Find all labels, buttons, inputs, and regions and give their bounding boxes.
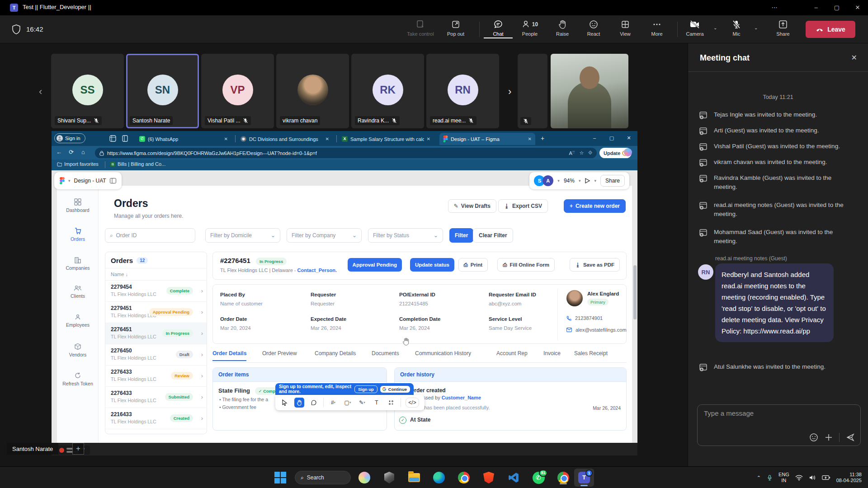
present-chevron-icon[interactable]: ▾ [594, 178, 596, 183]
sidebar-item-clients[interactable]: Clients [57, 285, 99, 299]
people-button[interactable]: 10 People [515, 19, 544, 37]
clock[interactable]: 11:3808-04-2025 [836, 472, 862, 483]
order-row[interactable]: 2276433TL Flex Holdings LLCSubmitted› [105, 387, 207, 408]
filter-button[interactable]: Filter [449, 228, 473, 243]
tab-company-details[interactable]: Company Details [315, 350, 356, 357]
tab-documents[interactable]: Documents [372, 350, 399, 357]
sidebar-item-dashboard[interactable]: Dashboard [57, 198, 99, 213]
order-row[interactable]: 2279454TL Flex Holdings LLCComplete› [105, 281, 207, 302]
video-tile-camera-on[interactable] [551, 54, 628, 128]
chat-button[interactable]: Chat [484, 19, 513, 38]
figma-file-toolbar[interactable]: ▾ Design - UAT [54, 172, 122, 189]
update-status-button[interactable]: Update status [410, 258, 454, 272]
browser-signin-button[interactable]: Sign in [54, 133, 85, 143]
extension-icon[interactable]: ⟐ [588, 150, 592, 156]
start-button[interactable] [273, 470, 288, 485]
sidebar-item-orders[interactable]: Orders [57, 227, 99, 242]
copilot-icon[interactable] [624, 148, 632, 156]
figma-share-button[interactable]: Share [600, 175, 625, 187]
tab-account-rep[interactable]: Account Rep [496, 350, 528, 357]
chat-close-icon[interactable]: ✕ [851, 53, 857, 62]
frame-tool-icon[interactable]: #▾ [328, 398, 338, 408]
actions-tool-icon[interactable] [386, 398, 396, 408]
language-indicator[interactable]: ENGIN [778, 472, 789, 483]
browser-minimize-icon[interactable]: – [586, 131, 603, 145]
message-input[interactable] [704, 409, 853, 417]
strip-prev-icon[interactable]: ‹ [39, 86, 42, 98]
compose-box[interactable] [697, 404, 861, 446]
browser-tab[interactable]: ✆ (6) WhatsApp✕ [136, 133, 231, 145]
import-favorites-bookmark[interactable]: Import favorites [57, 161, 99, 167]
video-tile-partial[interactable] [518, 54, 547, 128]
pop-out-button[interactable]: Pop out [441, 19, 470, 37]
chrome-profile-icon[interactable] [556, 470, 571, 485]
sidebar-item-vendors[interactable]: Vendors [57, 343, 99, 357]
figma-view-toolbar[interactable]: S A ▾ 94% ▾ ▾ Share [529, 172, 629, 189]
order-row-selected[interactable]: 2276451TL Flex Holdings LLCIn Progress› [105, 323, 207, 344]
file-explorer-icon[interactable] [407, 470, 421, 485]
collaborator-avatar[interactable]: A [542, 175, 553, 186]
tab-order-details[interactable]: Order Details [212, 350, 246, 361]
comment-tool-icon[interactable] [309, 398, 319, 408]
print-button[interactable]: ⎙Print [458, 258, 488, 272]
emoji-icon[interactable] [809, 433, 818, 442]
sidebar-item-employees[interactable]: Employees [57, 314, 99, 328]
fill-online-form-button[interactable]: ⎙Fill Online Form [497, 258, 555, 272]
copilot-icon[interactable] [357, 470, 372, 485]
create-new-order-button[interactable]: +Create new order [564, 199, 626, 213]
browser-menu-icon[interactable]: ⋯ [612, 149, 618, 155]
brave-icon[interactable] [481, 470, 496, 485]
view-button[interactable]: View [611, 19, 640, 37]
tab-close-icon[interactable]: ✕ [427, 136, 430, 141]
volume-icon[interactable] [809, 474, 816, 481]
tray-chevron-icon[interactable]: ⌃ [757, 475, 761, 481]
present-icon[interactable] [585, 178, 590, 183]
order-row[interactable]: 2216433TL Flex Holdings LLCCreated› [105, 408, 207, 429]
order-row[interactable]: 2279451TL Flex Holdings LLCApproval Pend… [105, 302, 207, 323]
window-more-icon[interactable]: ⋯ [764, 0, 785, 15]
wifi-icon[interactable] [795, 475, 803, 481]
browser-maximize-icon[interactable]: ▢ [603, 131, 620, 145]
attach-plus-icon[interactable] [825, 433, 833, 441]
tab-close-icon[interactable]: ✕ [326, 136, 329, 141]
contact-phone[interactable]: 2123874901 [575, 315, 603, 321]
shape-tool-icon[interactable]: ▢▾ [343, 398, 353, 408]
layout-columns-icon[interactable] [110, 178, 116, 183]
whatsapp-icon[interactable]: ✆81 [531, 470, 546, 485]
video-tile[interactable]: RK Ravindra K... [351, 54, 424, 128]
page-scrollbar[interactable] [633, 265, 637, 319]
mic-options-chevron-icon[interactable]: ⌄ [754, 25, 758, 30]
edge-icon[interactable] [432, 470, 446, 485]
order-row[interactable]: 2276450TL Flex Holdings LLCDraft› [105, 344, 207, 366]
tab-close-icon[interactable]: ✕ [528, 136, 532, 141]
leave-button[interactable]: Leave [806, 21, 855, 38]
signup-button[interactable]: Sign up [354, 385, 377, 393]
dev-mode-toggle[interactable]: </> [406, 398, 419, 408]
presenter-pin-button[interactable]: + [72, 443, 84, 455]
favorite-star-icon[interactable]: ☆ [579, 150, 584, 156]
vscode-icon[interactable] [506, 470, 521, 485]
more-button[interactable]: More [642, 19, 671, 37]
browser-tab-active[interactable]: Design - UAT – Figma✕ [439, 133, 535, 145]
order-row[interactable]: 2276433TL Flex Holdings LLCReview› [105, 366, 207, 387]
browser-tab[interactable]: X Sample Salary Structure with calc✕ [338, 133, 434, 145]
filter-company-dropdown[interactable]: Filter by Company⌄ [287, 228, 362, 243]
cursor-tool-icon[interactable] [280, 398, 290, 408]
browser-tab[interactable]: ◉ DC Divisions and Surroundings✕ [237, 133, 333, 145]
approval-pending-button[interactable]: Approval Pending [348, 258, 402, 272]
filter-status-dropdown[interactable]: Filter by Status⌄ [368, 228, 443, 243]
filter-domicile-dropdown[interactable]: Filter by Domicile⌄ [205, 228, 280, 243]
sidebar-item-refresh-token[interactable]: Refresh Token [57, 372, 99, 386]
zoom-chevron-icon[interactable]: ▾ [579, 178, 581, 183]
read-aloud-icon[interactable]: A𝄚 [569, 150, 575, 156]
video-tile[interactable]: SS Shivani Sup... [51, 54, 124, 128]
order-id-search[interactable]: ⌕ Order ID [105, 228, 195, 243]
share-button[interactable]: Share [769, 19, 797, 37]
refresh-icon[interactable]: ⟳ [69, 149, 74, 155]
view-drafts-button[interactable]: ✎View Drafts [448, 199, 496, 213]
sidebar-item-companies[interactable]: Companies [57, 256, 99, 271]
hand-tool-icon[interactable] [294, 398, 304, 408]
chevron-down-icon[interactable]: ▾ [557, 178, 560, 183]
contact-person-link[interactable]: Contact_Person. [297, 267, 337, 273]
react-button[interactable]: React [579, 19, 608, 37]
